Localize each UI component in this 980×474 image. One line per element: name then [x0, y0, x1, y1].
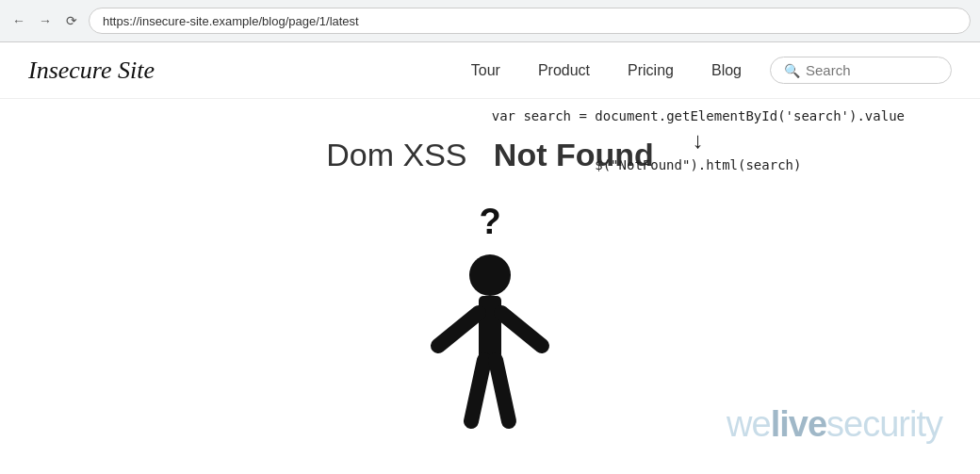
forward-button[interactable]: →: [36, 11, 55, 30]
url-text: https://insecure-site.example/blog/page/…: [103, 14, 359, 28]
nav-link-tour[interactable]: Tour: [471, 62, 500, 79]
nav-link-product[interactable]: Product: [538, 62, 590, 79]
arrow-down-icon: ↓: [693, 127, 704, 154]
address-bar[interactable]: https://insecure-site.example/blog/page/…: [89, 8, 971, 34]
refresh-button[interactable]: ⟳: [62, 11, 81, 30]
svg-point-0: [469, 254, 511, 296]
search-input[interactable]: [806, 62, 938, 78]
svg-line-2: [438, 313, 479, 346]
nav-link-blog[interactable]: Blog: [711, 62, 742, 79]
svg-line-5: [496, 360, 509, 421]
nav-link-pricing[interactable]: Pricing: [628, 62, 674, 79]
figure-container: ?: [415, 202, 565, 445]
code-line-1: var search = document.getElementById('se…: [492, 108, 905, 123]
search-icon: 🔍: [784, 63, 800, 78]
heading-normal: Dom XSS: [326, 137, 466, 172]
watermark-security: security: [826, 404, 942, 444]
svg-line-3: [501, 313, 542, 346]
site-logo[interactable]: Insecure Site: [28, 57, 155, 85]
annotation-container: var search = document.getElementById('se…: [492, 108, 905, 172]
browser-chrome: ← → ⟳ https://insecure-site.example/blog…: [0, 0, 980, 42]
search-box[interactable]: 🔍: [770, 57, 952, 84]
watermark-we: we: [727, 404, 771, 444]
question-mark: ?: [479, 202, 500, 242]
watermark: welivesecurity: [727, 404, 942, 445]
code-line-2: $("NotFound").html(search): [595, 157, 801, 172]
svg-line-4: [471, 360, 484, 421]
nav-links: Tour Product Pricing Blog: [471, 62, 742, 79]
person-figure: [415, 237, 565, 445]
svg-rect-1: [479, 296, 501, 362]
watermark-live: live: [771, 404, 826, 444]
navbar: Insecure Site Tour Product Pricing Blog …: [0, 42, 980, 99]
back-button[interactable]: ←: [9, 11, 28, 30]
main-content: var search = document.getElementById('se…: [0, 99, 980, 464]
